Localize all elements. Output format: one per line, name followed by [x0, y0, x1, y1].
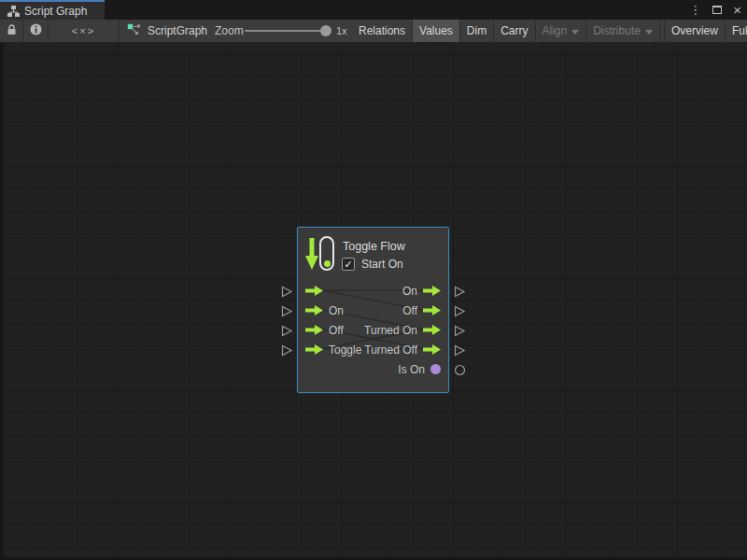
carry-button[interactable]: Carry — [494, 20, 535, 42]
titlebar-icons: ⋮ × — [689, 0, 741, 20]
toolbar-toggle-group: Relations Values Dim Carry Align Distrib… — [352, 20, 747, 42]
start-on-setting: ✓ Start On — [342, 258, 403, 271]
lock-icon — [7, 24, 17, 38]
toggle-flow-node[interactable]: Toggle Flow ✓ Start On On O — [297, 227, 449, 393]
toggle-pill-icon — [319, 236, 334, 271]
port-row: On Off — [305, 301, 441, 320]
flow-arrow-icon — [305, 286, 323, 296]
output-connector-hint[interactable] — [454, 343, 466, 356]
output-port-off[interactable]: Off — [402, 304, 441, 317]
zoom-value: 1x — [336, 20, 347, 42]
zoom-slider-track — [245, 30, 331, 32]
output-port-on[interactable]: On — [402, 285, 441, 298]
zoom-slider[interactable] — [245, 20, 331, 42]
port-row: Is On — [305, 359, 441, 379]
relations-button[interactable]: Relations — [352, 20, 413, 42]
info-icon — [30, 23, 42, 38]
node-header[interactable]: Toggle Flow ✓ Start On — [305, 234, 443, 273]
dim-button[interactable]: Dim — [460, 20, 494, 42]
flow-arrow-icon — [305, 305, 323, 315]
output-port-turned-off[interactable]: Turned Off — [364, 343, 441, 357]
overview-button[interactable]: Overview — [664, 20, 726, 42]
graph-node-icon — [127, 23, 141, 38]
lock-button[interactable] — [0, 20, 23, 42]
output-connector-hint[interactable] — [454, 285, 466, 297]
values-button[interactable]: Values — [413, 20, 460, 42]
output-port-is-on[interactable]: Is On — [398, 363, 441, 376]
zoom-label: Zoom — [215, 20, 244, 42]
maximize-icon[interactable] — [712, 6, 722, 14]
flow-arrow-icon — [423, 305, 441, 315]
value-port-dot-icon — [430, 364, 441, 374]
graph-canvas[interactable]: Toggle Flow ✓ Start On On O — [0, 43, 747, 560]
input-connector-hint[interactable] — [281, 343, 293, 356]
graph-toolbar: <×> ScriptGraph Zoom 1x Relations — [0, 20, 747, 43]
breadcrumb-label: ScriptGraph — [148, 24, 207, 37]
flow-arrow-icon — [423, 325, 441, 335]
input-port-off[interactable]: Off — [305, 324, 344, 337]
input-connector-hint[interactable] — [281, 285, 293, 297]
close-icon[interactable]: × — [733, 3, 741, 17]
down-arrow-icon — [305, 238, 318, 273]
start-on-checkbox[interactable]: ✓ — [342, 258, 355, 271]
window-edge — [0, 43, 3, 560]
info-button[interactable] — [23, 20, 49, 42]
input-port-toggle[interactable]: Toggle — [305, 343, 361, 357]
flow-arrow-icon — [305, 344, 323, 355]
zoom-slider-handle[interactable] — [320, 25, 331, 36]
script-graph-window: Script Graph ⋮ × — [0, 0, 747, 560]
output-port-turned-on[interactable]: Turned On — [364, 324, 441, 337]
output-connector-hint[interactable] — [454, 324, 466, 336]
tab-script-graph[interactable]: Script Graph — [0, 0, 105, 20]
input-connector-hint[interactable] — [281, 324, 293, 336]
value-connector-hint[interactable] — [454, 363, 466, 375]
flow-arrow-icon — [423, 286, 441, 296]
graph-hierarchy-icon — [7, 6, 20, 17]
tab-title: Script Graph — [24, 5, 87, 18]
code-preview-button[interactable]: <×> — [49, 20, 120, 42]
output-connector-hint[interactable] — [454, 304, 466, 316]
tab-bar: Script Graph ⋮ × — [0, 0, 747, 20]
toggle-pill-dot — [324, 260, 331, 267]
full-screen-button[interactable]: Full Screen — [726, 20, 747, 42]
port-row: On — [305, 281, 441, 301]
port-row: Off Turned On — [305, 320, 441, 340]
chevron-down-icon — [571, 30, 579, 35]
input-port-on[interactable]: On — [305, 304, 344, 317]
input-port-invoke[interactable] — [305, 286, 323, 296]
chevron-down-icon — [645, 30, 653, 35]
distribute-button[interactable]: Distribute — [586, 20, 660, 42]
code-icon: <×> — [72, 25, 95, 36]
align-button[interactable]: Align — [536, 20, 587, 42]
flow-arrow-icon — [423, 344, 441, 355]
node-title: Toggle Flow — [343, 240, 405, 253]
port-row: Toggle Turned Off — [305, 340, 441, 359]
start-on-label: Start On — [361, 258, 403, 271]
input-connector-hint[interactable] — [281, 304, 293, 316]
toggle-flow-icon — [305, 236, 335, 272]
breadcrumb[interactable]: ScriptGraph — [127, 20, 207, 42]
flow-arrow-icon — [305, 325, 323, 335]
window-menu-icon[interactable]: ⋮ — [689, 4, 701, 16]
